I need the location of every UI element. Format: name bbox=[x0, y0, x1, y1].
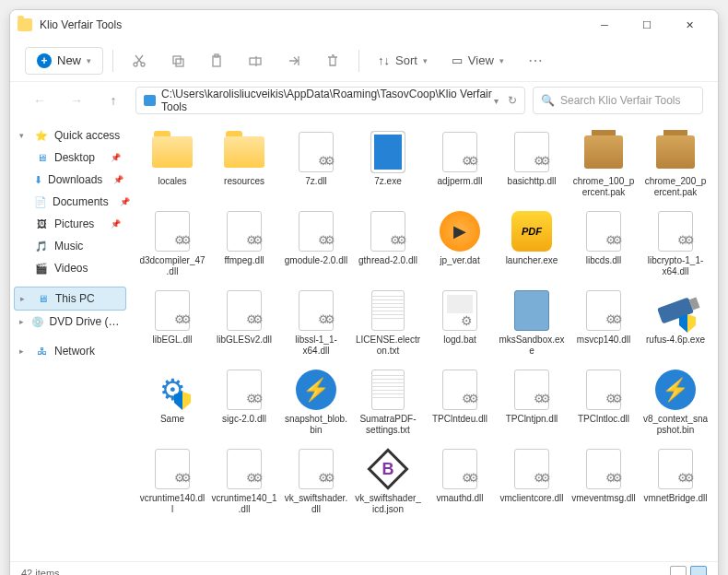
file-item[interactable]: TPClntjpn.dll bbox=[497, 364, 567, 440]
titlebar[interactable]: Klio Verfair Tools ─ ☐ ✕ bbox=[10, 10, 718, 40]
sort-button[interactable]: ↑↓ Sort ▾ bbox=[369, 48, 437, 73]
file-item[interactable]: ⚡snapshot_blob.bin bbox=[281, 364, 351, 440]
sidebar-pictures[interactable]: 🖼Pictures📌 bbox=[14, 213, 126, 235]
file-item[interactable]: logd.bat bbox=[425, 285, 495, 360]
file-item[interactable]: SumatraPDF-settings.txt bbox=[353, 364, 423, 440]
star-icon: ⭐ bbox=[34, 128, 49, 143]
file-item[interactable]: LICENSE.electron.txt bbox=[353, 285, 423, 360]
forward-button[interactable]: → bbox=[62, 86, 91, 115]
file-item[interactable]: adjperm.dll bbox=[425, 126, 495, 202]
file-item[interactable]: vmauthd.dll bbox=[425, 443, 495, 519]
sidebar-quick-access[interactable]: ▾⭐Quick access bbox=[14, 124, 126, 147]
sidebar-videos[interactable]: 🎬Videos bbox=[14, 257, 126, 279]
file-item[interactable]: vmnetBridge.dll bbox=[640, 443, 710, 519]
file-name: vk_swiftshader.dll bbox=[283, 493, 349, 515]
file-item[interactable]: TPClntdeu.dll bbox=[425, 364, 495, 440]
file-icon: ⚙ bbox=[150, 368, 194, 412]
icons-view-button[interactable] bbox=[690, 566, 707, 576]
sidebar-desktop[interactable]: 🖥Desktop📌 bbox=[14, 147, 126, 169]
sidebar-dvd[interactable]: ▸💿DVD Drive (D:) CCCC bbox=[14, 311, 126, 333]
file-item[interactable]: rufus-4.6p.exe bbox=[640, 285, 710, 360]
share-button[interactable] bbox=[277, 44, 311, 77]
close-button[interactable]: ✕ bbox=[668, 10, 710, 40]
file-item[interactable]: msvcp140.dll bbox=[569, 285, 639, 360]
file-item[interactable]: 7z.dll bbox=[281, 126, 351, 202]
file-item[interactable]: libGLESv2.dll bbox=[209, 285, 279, 360]
file-item[interactable]: mksSandbox.exe bbox=[497, 285, 567, 360]
file-item[interactable]: gthread-2.0.dll bbox=[353, 205, 423, 281]
view-button[interactable]: ▭ View ▾ bbox=[442, 48, 513, 73]
file-item[interactable]: vmclientcore.dll bbox=[497, 443, 567, 519]
sidebar-music[interactable]: 🎵Music bbox=[14, 235, 126, 257]
file-grid[interactable]: localesresources7z.dll7z.exeadjperm.dllb… bbox=[130, 119, 718, 561]
file-item[interactable]: vmeventmsg.dll bbox=[569, 443, 639, 519]
file-icon bbox=[581, 368, 626, 412]
file-item[interactable]: ffmpeg.dll bbox=[209, 205, 279, 281]
addressbar: ← → ↑ C:\Users\karolisliucveikis\AppData… bbox=[10, 82, 718, 119]
pin-icon: 📌 bbox=[120, 197, 130, 206]
file-item[interactable]: libEGL.dll bbox=[137, 285, 207, 360]
file-icon bbox=[581, 447, 626, 491]
file-name: vmeventmsg.dll bbox=[571, 493, 635, 504]
copy-button[interactable] bbox=[161, 44, 194, 77]
file-item[interactable]: resources bbox=[209, 126, 279, 202]
explorer-window: Klio Verfair Tools ─ ☐ ✕ + New ▾ ↑↓ Sort… bbox=[9, 9, 719, 575]
up-button[interactable]: ↑ bbox=[99, 86, 128, 115]
file-name: ffmpeg.dll bbox=[224, 255, 264, 266]
file-icon: ▶ bbox=[438, 209, 482, 253]
chevron-down-icon[interactable]: ▾ bbox=[494, 96, 499, 106]
file-item[interactable]: gmodule-2.0.dll bbox=[281, 205, 351, 281]
file-item[interactable]: libcds.dll bbox=[569, 205, 639, 281]
file-item[interactable]: TPClntloc.dll bbox=[569, 364, 639, 440]
file-item[interactable]: libssl-1_1-x64.dll bbox=[281, 285, 351, 360]
sidebar-network[interactable]: ▸🖧Network bbox=[14, 340, 126, 362]
file-item[interactable]: ⚙Same bbox=[137, 364, 207, 440]
statusbar: 42 items bbox=[10, 561, 718, 575]
file-item[interactable]: locales bbox=[137, 126, 207, 202]
file-item[interactable]: chrome_100_percent.pak bbox=[569, 126, 639, 202]
file-name: mksSandbox.exe bbox=[499, 334, 565, 357]
pin-icon: 📌 bbox=[111, 153, 121, 162]
pc-icon: 🖥 bbox=[35, 291, 50, 306]
refresh-button[interactable]: ↻ bbox=[508, 94, 517, 107]
new-button[interactable]: + New ▾ bbox=[25, 47, 103, 75]
sort-label: Sort bbox=[395, 53, 417, 67]
file-item[interactable]: basichttp.dll bbox=[497, 126, 567, 202]
more-button[interactable]: ⋯ bbox=[519, 44, 552, 77]
file-icon bbox=[653, 288, 698, 333]
file-item[interactable]: vk_swiftshader.dll bbox=[281, 443, 351, 519]
file-item[interactable]: Bvk_swiftshader_icd.json bbox=[353, 443, 423, 519]
disc-icon: 💿 bbox=[31, 314, 44, 329]
maximize-button[interactable]: ☐ bbox=[626, 10, 668, 40]
sidebar-downloads[interactable]: ⬇Downloads📌 bbox=[14, 169, 126, 191]
window-title: Klio Verfair Tools bbox=[40, 18, 122, 31]
file-item[interactable]: PDFlauncher.exe bbox=[497, 205, 567, 281]
file-item[interactable]: ⚡v8_context_snapshot.bin bbox=[640, 364, 710, 440]
search-input[interactable]: 🔍 Search Klio Verfair Tools bbox=[533, 87, 703, 114]
pin-icon: 📌 bbox=[113, 175, 123, 184]
file-item[interactable]: libcrypto-1_1-x64.dll bbox=[640, 205, 710, 281]
file-item[interactable]: sigc-2.0.dll bbox=[209, 364, 279, 440]
file-item[interactable]: ▶jp_ver.dat bbox=[425, 205, 495, 281]
details-view-button[interactable] bbox=[670, 566, 687, 576]
file-item[interactable]: vcruntime140_1.dll bbox=[209, 443, 279, 519]
file-icon: ⚡ bbox=[294, 368, 338, 412]
sidebar-this-pc[interactable]: ▸🖥This PC bbox=[14, 287, 126, 311]
sidebar-documents[interactable]: 📄Documents📌 bbox=[14, 191, 126, 213]
new-label: New bbox=[57, 53, 81, 67]
rename-button[interactable] bbox=[239, 44, 272, 77]
back-button[interactable]: ← bbox=[25, 86, 54, 115]
file-item[interactable]: 7z.exe bbox=[353, 126, 423, 202]
minimize-button[interactable]: ─ bbox=[583, 10, 626, 40]
paste-button[interactable] bbox=[200, 44, 233, 77]
file-name: TPClntjpn.dll bbox=[506, 414, 558, 425]
delete-button[interactable] bbox=[316, 44, 349, 77]
music-icon: 🎵 bbox=[34, 239, 49, 253]
file-icon bbox=[366, 288, 410, 333]
file-item[interactable]: vcruntime140.dll bbox=[137, 443, 207, 519]
address-path[interactable]: C:\Users\karolisliucveikis\AppData\Roami… bbox=[135, 87, 525, 114]
file-item[interactable]: d3dcompiler_47.dll bbox=[137, 205, 207, 281]
cut-button[interactable] bbox=[123, 44, 156, 77]
file-item[interactable]: chrome_200_percent.pak bbox=[640, 126, 710, 202]
sort-icon: ↑↓ bbox=[378, 53, 390, 67]
